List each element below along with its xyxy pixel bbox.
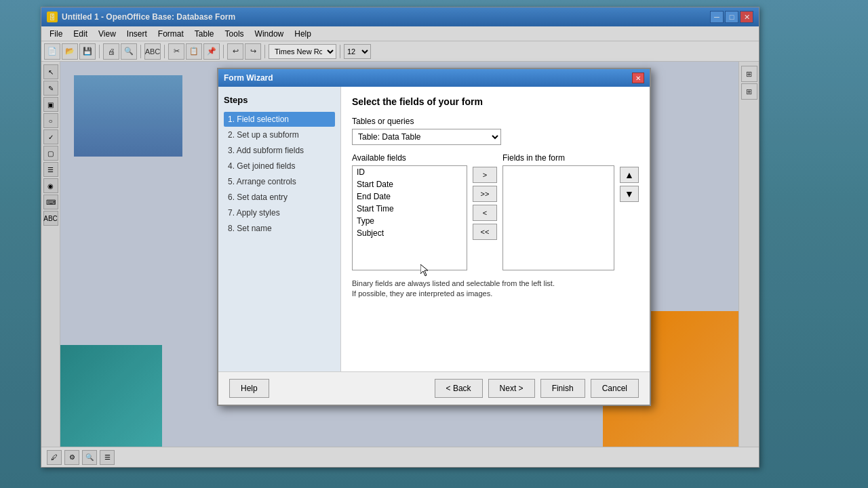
field-item-type[interactable]: Type bbox=[353, 215, 467, 227]
available-fields-list[interactable]: ID Start Date End Date Start Time Type S… bbox=[352, 165, 467, 270]
dialog-close-button[interactable]: ✕ bbox=[632, 73, 644, 83]
tables-label: Tables or queries bbox=[352, 117, 639, 126]
add-all-button[interactable]: >> bbox=[473, 186, 497, 202]
step-7-apply-styles[interactable]: 7. Apply styles bbox=[224, 205, 335, 220]
available-fields-label: Available fields bbox=[352, 153, 467, 163]
steps-heading: Steps bbox=[224, 95, 335, 105]
field-item-subject[interactable]: Subject bbox=[353, 227, 467, 239]
step-1-field-selection[interactable]: 1. Field selection bbox=[224, 112, 335, 127]
dialog-body: Steps 1. Field selection 2. Set up a sub… bbox=[218, 87, 650, 371]
field-item-id[interactable]: ID bbox=[353, 166, 467, 178]
desktop: 🗄 Untitled 1 - OpenOffice Base: Database… bbox=[0, 0, 868, 488]
remove-all-button[interactable]: << bbox=[473, 224, 497, 240]
form-wizard-dialog: Form Wizard ✕ Steps 1. Field selection 2… bbox=[217, 68, 651, 406]
remove-one-button[interactable]: < bbox=[473, 205, 497, 221]
panel-title: Select the fields of your form bbox=[352, 96, 639, 107]
move-up-button[interactable]: ▲ bbox=[620, 167, 639, 183]
step-4-joined-fields[interactable]: 4. Get joined fields bbox=[224, 159, 335, 174]
main-content-panel: Select the fields of your form Tables or… bbox=[341, 87, 650, 371]
binary-fields-note: Binary fields are always listed and sele… bbox=[352, 279, 639, 300]
footer-left: Help bbox=[229, 379, 269, 398]
transfer-buttons: > >> < << bbox=[473, 153, 497, 240]
step-6-data-entry[interactable]: 6. Set data entry bbox=[224, 190, 335, 205]
dialog-title: Form Wizard bbox=[224, 73, 632, 83]
step-3-subform-fields[interactable]: 3. Add subform fields bbox=[224, 143, 335, 158]
field-item-start-date[interactable]: Start Date bbox=[353, 178, 467, 190]
add-one-button[interactable]: > bbox=[473, 167, 497, 183]
finish-button[interactable]: Finish bbox=[540, 379, 585, 398]
field-item-end-date[interactable]: End Date bbox=[353, 190, 467, 203]
step-2-subform[interactable]: 2. Set up a subform bbox=[224, 127, 335, 142]
field-item-start-time[interactable]: Start Time bbox=[353, 203, 467, 215]
move-down-button[interactable]: ▼ bbox=[620, 186, 639, 202]
form-fields-col: Fields in the form bbox=[502, 153, 614, 270]
step-5-arrange-controls[interactable]: 5. Arrange controls bbox=[224, 174, 335, 189]
next-button[interactable]: Next > bbox=[488, 379, 535, 398]
available-fields-col: Available fields ID Start Date End Date … bbox=[352, 153, 467, 270]
table-query-dropdown[interactable]: Table: Data Table bbox=[352, 129, 501, 145]
form-fields-label: Fields in the form bbox=[502, 153, 565, 163]
cancel-button[interactable]: Cancel bbox=[591, 379, 639, 398]
form-fields-list[interactable] bbox=[502, 165, 614, 270]
dialog-title-bar: Form Wizard ✕ bbox=[218, 69, 650, 87]
fields-row: Available fields ID Start Date End Date … bbox=[352, 153, 639, 270]
step-8-set-name[interactable]: 8. Set name bbox=[224, 221, 335, 236]
steps-panel: Steps 1. Field selection 2. Set up a sub… bbox=[218, 87, 341, 371]
back-button[interactable]: < Back bbox=[435, 379, 483, 398]
dialog-overlay: Form Wizard ✕ Steps 1. Field selection 2… bbox=[0, 0, 868, 488]
reorder-buttons: ▲ ▼ bbox=[620, 153, 639, 202]
dialog-footer: Help < Back Next > Finish Cancel bbox=[218, 371, 650, 405]
footer-right: < Back Next > Finish Cancel bbox=[435, 379, 639, 398]
help-button[interactable]: Help bbox=[229, 379, 269, 398]
